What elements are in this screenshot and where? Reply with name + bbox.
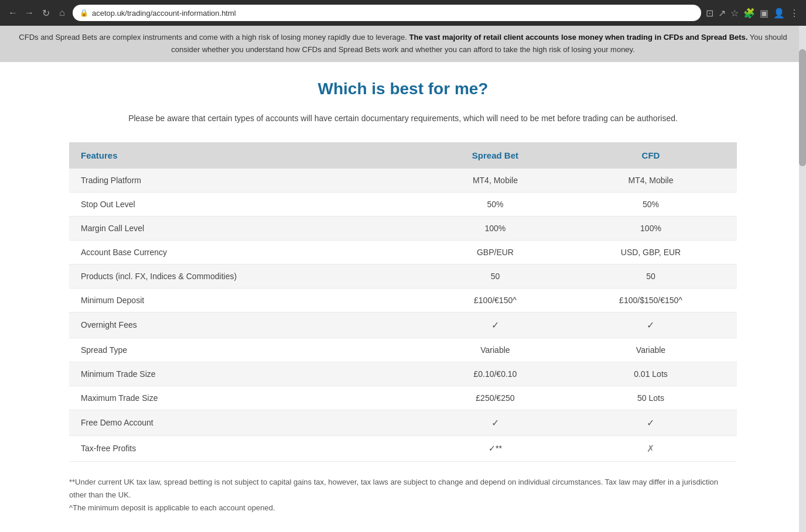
cfd-value: 100% xyxy=(565,216,737,240)
table-row: Margin Call Level100%100% xyxy=(69,216,737,240)
cfd-value: MT4, Mobile xyxy=(565,169,737,193)
feature-label: Trading Platform xyxy=(69,169,426,193)
refresh-button[interactable]: ↻ xyxy=(40,7,52,19)
share-icon[interactable]: ↗ xyxy=(718,8,726,19)
lock-icon: 🔒 xyxy=(80,9,88,17)
spread-bet-value: ✓ xyxy=(426,312,565,338)
scrollbar[interactable] xyxy=(799,26,806,532)
table-row: Stop Out Level50%50% xyxy=(69,192,737,216)
spread-bet-value: ✓** xyxy=(426,435,565,461)
feature-label: Tax-free Profits xyxy=(69,435,426,461)
extensions-icon[interactable]: 🧩 xyxy=(743,8,755,19)
feature-label: Spread Type xyxy=(69,338,426,362)
col-header-cfd: CFD xyxy=(565,142,737,169)
table-row: Free Demo Account✓✓ xyxy=(69,410,737,435)
table-row: Account Base CurrencyGBP/EURUSD, GBP, EU… xyxy=(69,240,737,264)
warning-text-normal: CFDs and Spread Bets are complex instrum… xyxy=(19,33,407,42)
spread-bet-value: 50 xyxy=(426,264,565,288)
comparison-table: Features Spread Bet CFD Trading Platform… xyxy=(69,142,737,462)
cfd-value: 50 xyxy=(565,264,737,288)
table-row: Minimum Deposit£100/€150^£100/$150/€150^ xyxy=(69,288,737,312)
screenshot-icon[interactable]: ⊡ xyxy=(706,8,713,19)
cfd-value: ✗ xyxy=(565,435,737,461)
scrollbar-thumb[interactable] xyxy=(799,49,806,166)
browser-chrome: ← → ↻ ⌂ 🔒 acetop.uk/trading/account-info… xyxy=(0,0,806,26)
forward-button[interactable]: → xyxy=(23,7,35,19)
table-row: Trading PlatformMT4, MobileMT4, Mobile xyxy=(69,169,737,193)
cfd-value: ✓ xyxy=(565,312,737,338)
window-icon[interactable]: ▣ xyxy=(760,8,769,19)
spread-bet-value: 100% xyxy=(426,216,565,240)
feature-label: Free Demo Account xyxy=(69,410,426,435)
cfd-value: 50 Lots xyxy=(565,386,737,410)
table-row: Maximum Trade Size£250/€25050 Lots xyxy=(69,386,737,410)
feature-label: Minimum Deposit xyxy=(69,288,426,312)
feature-label: Minimum Trade Size xyxy=(69,362,426,386)
page-content: Which is best for me? Please be aware th… xyxy=(57,62,749,532)
spread-bet-value: Variable xyxy=(426,338,565,362)
warning-banner: CFDs and Spread Bets are complex instrum… xyxy=(0,26,806,62)
profile-icon[interactable]: 👤 xyxy=(773,8,785,19)
footnotes: **Under current UK tax law, spread betti… xyxy=(69,476,737,514)
feature-label: Products (incl. FX, Indices & Commoditie… xyxy=(69,264,426,288)
check-icon: ✓ xyxy=(491,320,499,330)
cfd-value: 0.01 Lots xyxy=(565,362,737,386)
cfd-value: ✓ xyxy=(565,410,737,435)
spread-bet-value: MT4, Mobile xyxy=(426,169,565,193)
footnote-line1: **Under current UK tax law, spread betti… xyxy=(69,476,737,502)
back-button[interactable]: ← xyxy=(7,7,19,19)
address-bar[interactable]: 🔒 acetop.uk/trading/account-information.… xyxy=(73,5,701,21)
col-header-features: Features xyxy=(69,142,426,169)
spread-bet-value: £0.10/€0.10 xyxy=(426,362,565,386)
cfd-value: USD, GBP, EUR xyxy=(565,240,737,264)
page-title: Which is best for me? xyxy=(69,80,737,98)
check-icon: ✓ xyxy=(647,418,654,428)
table-row: Minimum Trade Size£0.10/€0.100.01 Lots xyxy=(69,362,737,386)
feature-label: Stop Out Level xyxy=(69,192,426,216)
table-row: Overnight Fees✓✓ xyxy=(69,312,737,338)
spread-bet-value: ✓ xyxy=(426,410,565,435)
table-row: Products (incl. FX, Indices & Commoditie… xyxy=(69,264,737,288)
home-button[interactable]: ⌂ xyxy=(56,7,68,19)
spread-bet-value: £100/€150^ xyxy=(426,288,565,312)
spread-bet-value: £250/€250 xyxy=(426,386,565,410)
table-row: Spread TypeVariableVariable xyxy=(69,338,737,362)
star-icon[interactable]: ☆ xyxy=(730,8,739,19)
cfd-value: 50% xyxy=(565,192,737,216)
url-text: acetop.uk/trading/account-information.ht… xyxy=(92,9,236,18)
cfd-value: Variable xyxy=(565,338,737,362)
page-subtitle: Please be aware that certain types of ac… xyxy=(69,112,737,125)
table-row: Tax-free Profits✓**✗ xyxy=(69,435,737,461)
check-icon: ✓ xyxy=(491,418,499,428)
col-header-spread-bet: Spread Bet xyxy=(426,142,565,169)
feature-label: Overnight Fees xyxy=(69,312,426,338)
browser-actions: ⊡ ↗ ☆ 🧩 ▣ 👤 ⋮ xyxy=(706,8,799,19)
warning-text-bold: The vast majority of retail client accou… xyxy=(409,33,748,42)
feature-label: Account Base Currency xyxy=(69,240,426,264)
check-icon: ✓ xyxy=(647,320,654,330)
cfd-value: £100/$150/€150^ xyxy=(565,288,737,312)
footnote-line2: ^The minimum deposit is applicable to ea… xyxy=(69,502,737,514)
feature-label: Margin Call Level xyxy=(69,216,426,240)
cross-icon: ✗ xyxy=(647,444,654,454)
spread-bet-value: 50% xyxy=(426,192,565,216)
menu-icon[interactable]: ⋮ xyxy=(790,8,799,19)
feature-label: Maximum Trade Size xyxy=(69,386,426,410)
spread-bet-value: GBP/EUR xyxy=(426,240,565,264)
